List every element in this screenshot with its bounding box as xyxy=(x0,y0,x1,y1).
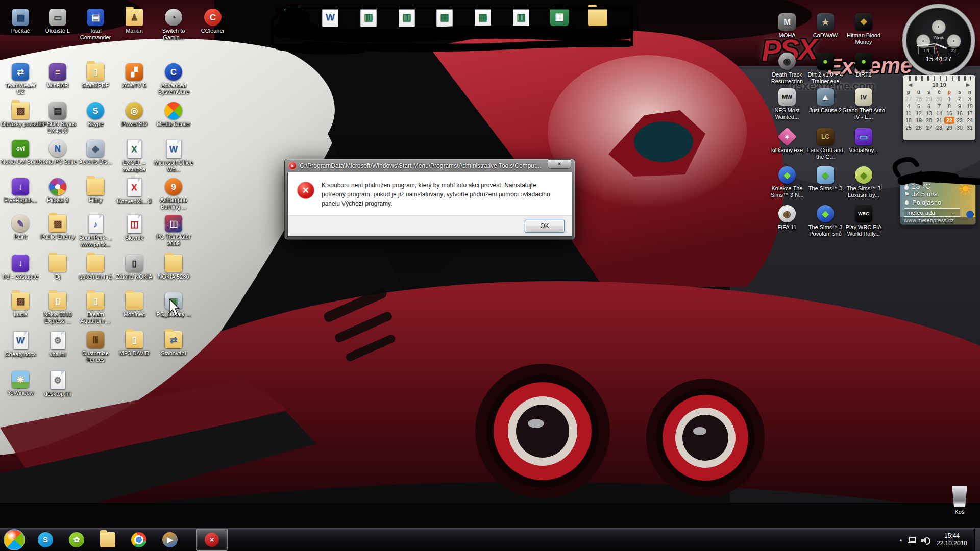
desktop-icon[interactable]: ◉Death Track Resurrection xyxy=(766,53,808,85)
desktop-icon[interactable]: ▨Obrázky pozadí xyxy=(1,102,40,128)
desktop-icon[interactable]: Picasa 3 xyxy=(38,178,78,204)
desktop-icon[interactable]: WMicrosoft Office Wo... xyxy=(154,140,193,173)
taskbar-explorer[interactable] xyxy=(97,528,118,551)
desktop-icon[interactable]: ▯Záloha NOKIA xyxy=(114,255,154,280)
desktop-icon[interactable]: Dj xyxy=(38,255,78,280)
desktop-icon[interactable]: ⇄TeamViewer CZ xyxy=(1,63,40,95)
desktop-icon[interactable]: ●Dirt 2 v1.0 + 4 Trainer.exe xyxy=(804,53,847,85)
desktop-icon[interactable]: ▲Just Cause 2 xyxy=(804,88,847,114)
desktop-icon[interactable]: ▨Lucie xyxy=(1,292,40,318)
desktop-icon[interactable]: ◆The Sims™ 3 Luxusní by... xyxy=(842,166,885,198)
desktop-icon[interactable]: ▨Public Enemy xyxy=(38,215,78,240)
desktop-icon[interactable]: ▭VisualBoy... xyxy=(842,128,885,154)
desktop-icon[interactable]: XEXCEL – zástupce xyxy=(114,140,154,173)
desktop-icon[interactable]: ☀YoWindow xyxy=(1,371,40,396)
desktop-icon[interactable]: MMOHA xyxy=(766,13,808,39)
top-strip-desktop-icon[interactable] xyxy=(587,7,608,26)
top-strip-desktop-icon[interactable]: ▥ xyxy=(396,7,418,27)
show-desktop-button[interactable] xyxy=(974,528,980,551)
desktop-icon[interactable]: ▯Nokia 5310 Express ... xyxy=(38,292,78,324)
desktop-icon[interactable]: ★CoDWaW xyxy=(804,13,847,39)
desktop-icon[interactable]: ◆The Sims™ 3 xyxy=(804,166,847,192)
desktop-icon[interactable]: ⇄Stahování xyxy=(154,331,193,357)
desktop-icon[interactable]: CAdvanced SystemCare xyxy=(154,63,193,95)
desktop-icon[interactable]: pokemon hra xyxy=(76,255,115,280)
desktop-icon[interactable]: ▞AVerTV 6 xyxy=(114,63,154,89)
top-strip-desktop-icon[interactable]: ▥ xyxy=(510,7,532,27)
tray-clock[interactable]: 15:44 22.10.2010 xyxy=(935,532,969,547)
desktop-icon[interactable]: ▦Počítač xyxy=(1,9,40,34)
desktop-icon[interactable]: SSkype xyxy=(76,102,115,128)
desktop-icon[interactable]: ◫Slovník xyxy=(114,215,154,241)
desktop-icon-label: Customize Fences xyxy=(76,350,115,363)
desktop-icon[interactable]: LCLara Croft and the G... xyxy=(804,128,847,160)
desktop-icon[interactable]: WCheaty.docx xyxy=(1,331,40,358)
nfs-icon: MW xyxy=(778,88,796,106)
desktop-icon[interactable]: ⅢCustomize Fences xyxy=(76,331,115,363)
folder-icon xyxy=(87,255,104,272)
desktop-icon[interactable]: WRCPlay WRC FIA World Rally... xyxy=(842,205,885,237)
desktop-icon[interactable]: ◫PC Translator 2009 xyxy=(154,215,193,247)
folder-doc-icon: ▯ xyxy=(87,292,104,310)
desktop-icon[interactable]: Monínec xyxy=(114,292,154,318)
desktop-icon[interactable]: ▤EPSON Stylus DX4000 xyxy=(38,102,78,134)
desktop-icon[interactable]: ♟Marian xyxy=(114,9,154,34)
dialog-title-bar[interactable]: × C:\ProgramData\Microsoft\Windows\Start… xyxy=(287,159,572,172)
folder-icon xyxy=(165,255,182,272)
taskbar-chrome[interactable] xyxy=(129,528,149,551)
dialog-close-button[interactable]: × xyxy=(548,159,571,169)
desktop-icon[interactable]: ✎Paint xyxy=(1,215,40,240)
desktop-icon[interactable]: ▯Scan2PDF xyxy=(76,63,115,89)
desktop-icon[interactable]: ❖Hitman Blood Money xyxy=(842,13,885,45)
taskbar-media-player[interactable]: ▶ xyxy=(160,528,180,551)
error-icon-large: × xyxy=(297,182,314,199)
desktop-icon[interactable]: ▭Úložiště L xyxy=(38,9,78,34)
desktop-icon-recycle-bin[interactable]: Koš xyxy=(942,486,977,515)
desktop-icon[interactable]: ◆Kolekce The Sims™ 3 N... xyxy=(766,166,808,198)
desktop-icon[interactable]: 9Ashampoo Burning ... xyxy=(154,178,193,210)
desktop-icon[interactable]: ✶killkenny.exe xyxy=(766,128,808,154)
network-tray-icon[interactable] xyxy=(908,537,916,543)
desktop-icon[interactable]: ▯Dream Aquarium ... xyxy=(76,292,115,324)
desktop-icon[interactable]: ▤Total Commander xyxy=(76,9,115,41)
start-button[interactable] xyxy=(4,528,24,551)
desktop-icon[interactable]: ●DiRT2 xyxy=(842,53,885,78)
desktop-icon[interactable]: NOKIA 5230 xyxy=(154,255,193,280)
desktop-icon[interactable]: ◔Switch to Gamin... xyxy=(154,9,193,41)
desktop-icon[interactable]: ▣PC_Diktaty ... xyxy=(154,292,193,318)
desktop-icon[interactable]: oviNokia Ovi Suite xyxy=(1,140,40,165)
desktop-icon[interactable]: ⚙desktop.ini xyxy=(38,371,78,397)
desktop-icon[interactable]: CCCleaner xyxy=(193,9,233,34)
desktop-icon[interactable]: ♪SouthPark-... www.pock... xyxy=(76,215,115,248)
hidden-icons-arrow[interactable]: ▲ xyxy=(899,538,903,542)
top-strip-desktop-icon[interactable]: ▦ xyxy=(549,7,570,26)
top-strip-desktop-icon[interactable]: ▦ xyxy=(434,7,455,27)
desktop-icon[interactable]: XConvertXt... 3 xyxy=(114,178,154,205)
desktop-icon[interactable]: ◉FIFA 11 xyxy=(766,205,808,231)
top-strip-desktop-icon[interactable]: ▥ xyxy=(358,7,379,27)
desktop-icon[interactable]: ◆Acronis Dis... xyxy=(76,140,115,165)
top-strip-desktop-icon[interactable]: ▦ xyxy=(283,7,304,26)
desktop-icon[interactable]: ≡WinRAR xyxy=(38,63,78,89)
drive-glyph: ▭ xyxy=(54,13,62,22)
volume-tray-icon[interactable] xyxy=(921,537,929,543)
taskbar-icq[interactable]: ✿ xyxy=(66,528,87,551)
desktop-icon[interactable]: Filmy xyxy=(76,178,115,204)
ok-button[interactable]: OK xyxy=(525,220,565,233)
ini-glyph: ⚙ xyxy=(54,336,61,345)
desktop-icon-label: Advanced SystemCare xyxy=(154,82,193,95)
desktop-icon[interactable]: ◆The Sims™ 3 Povolání snů xyxy=(804,205,847,237)
desktop-icon[interactable]: Media Center xyxy=(154,102,193,128)
desktop-icon[interactable]: ↓FreeRapid-... xyxy=(1,178,40,204)
desktop-icon[interactable]: ▯MP3 DAVID xyxy=(114,331,154,357)
taskbar-error-dialog-window[interactable]: × xyxy=(196,529,228,551)
top-strip-desktop-icon[interactable]: ▦ xyxy=(472,7,494,27)
desktop-icon[interactable]: NNokia PC Suite xyxy=(38,140,78,165)
top-strip-desktop-icon[interactable]: W xyxy=(320,7,341,27)
desktop-icon[interactable]: ↓frd – zástupce xyxy=(1,255,40,280)
desktop-icon[interactable]: IVGrand Theft Auto IV - E... xyxy=(842,88,885,120)
desktop-icon[interactable]: ⚙vba.ini xyxy=(38,331,78,358)
taskbar-skype[interactable]: S xyxy=(35,528,56,551)
desktop-icon[interactable]: ◎PowerISO xyxy=(114,102,154,128)
desktop-icon[interactable]: MWNFS Most Wanted... xyxy=(766,88,808,120)
